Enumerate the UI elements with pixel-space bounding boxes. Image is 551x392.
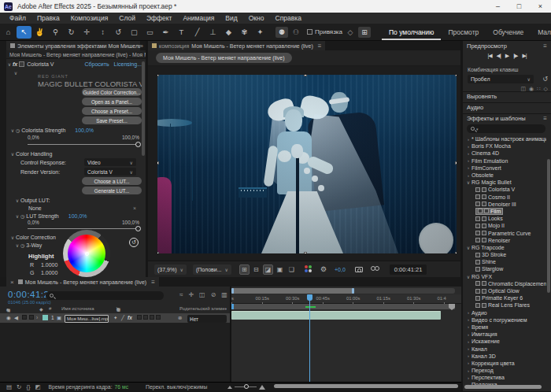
twirl-icon[interactable]: › [465, 144, 471, 149]
solo-box[interactable] [22, 315, 27, 320]
audio-panel-header[interactable]: Аудио [463, 102, 551, 112]
lut-strength-slider-track[interactable] [28, 228, 138, 229]
open-as-panel-button[interactable]: Open as a Panel... [82, 98, 142, 105]
menu-item-4[interactable]: Эффект [141, 14, 178, 22]
twirl-icon[interactable]: ∨ [465, 245, 471, 250]
zoom-slider-track[interactable] [235, 386, 257, 387]
zoom-in-icon[interactable] [259, 385, 265, 390]
person-icon[interactable]: ⚇ [290, 27, 302, 38]
magnification-dropdown[interactable]: (37,9%) ∨ [154, 264, 187, 275]
colorista-strength-row[interactable]: ∨ ◷ Colorista Strength 100,0% [6, 126, 146, 134]
motion-blur-icon[interactable]: ▥ [221, 291, 227, 298]
effect-controls-scrollbar[interactable] [142, 61, 145, 156]
switch-box[interactable] [150, 315, 154, 320]
guides-toggle[interactable]: ▣ [275, 264, 285, 275]
playhead-handle[interactable] [307, 294, 312, 301]
wheel-reset-icon[interactable]: ↺ [129, 238, 139, 247]
show-snapshot-icon[interactable] [371, 266, 380, 272]
exposure-value[interactable]: +0,0 [335, 267, 346, 272]
live-update-icon[interactable]: ▤ [6, 383, 12, 390]
mask-visibility-toggle[interactable]: ◪ [263, 264, 273, 275]
twirl-icon[interactable]: › [465, 165, 471, 170]
effect-item-7[interactable]: Colorista V [463, 186, 546, 193]
effect-item-12[interactable]: Mojo II [463, 222, 546, 229]
effects-folder-0[interactable]: ›* Шаблоны настроек анимации [463, 135, 546, 142]
effects-folder-1[interactable]: ›Boris FX Mocha [463, 142, 546, 150]
stopwatch-icon[interactable]: ◷ [20, 213, 24, 219]
panel-menu-icon[interactable]: ≡ [543, 43, 547, 50]
channel-value[interactable]: 1.0000 [41, 262, 57, 268]
effect-item-8[interactable]: Cosmo II [463, 194, 546, 201]
twirl-open-icon[interactable]: ∨ [9, 235, 16, 240]
effects-folder-5[interactable]: ›Obsolete [463, 172, 546, 179]
stopwatch-icon[interactable]: ◷ [20, 242, 24, 248]
effects-folder-31[interactable]: ›Коррекция цвета [463, 360, 546, 367]
roto-brush-tool[interactable]: ✾ [237, 26, 252, 39]
panel-menu-icon[interactable]: ≡ [543, 115, 547, 122]
grid-guides-icon[interactable]: ⊞ [358, 27, 371, 38]
twirl-icon[interactable]: › [465, 361, 471, 365]
effect-item-23[interactable]: Real Lens Flares [463, 301, 546, 309]
menu-item-3[interactable]: Слой [113, 14, 141, 22]
source-name-column-header[interactable]: Имя источника [61, 306, 94, 311]
effect-item-21[interactable]: Optical Glow [463, 287, 546, 294]
twirl-icon[interactable]: › [465, 346, 471, 351]
video-frame[interactable] [157, 75, 457, 253]
effect-item-18[interactable]: Starglow [463, 265, 546, 272]
layer-handle[interactable] [304, 75, 307, 76]
output-lut-group[interactable]: ∨ Output LUT: [6, 196, 146, 204]
zoom-out-icon[interactable] [227, 386, 232, 389]
selection-tool[interactable]: ↖ [17, 26, 31, 39]
twirl-icon[interactable]: › [465, 375, 471, 380]
work-area-start-handle[interactable] [231, 304, 234, 309]
graph-icon[interactable]: ◩ [35, 383, 40, 390]
twirl-open-icon[interactable]: ∨ [14, 242, 20, 248]
puppet-pin-tool[interactable]: ✦ [253, 26, 268, 39]
menu-item-1[interactable]: Правка [31, 14, 65, 22]
twirl-icon[interactable]: › [465, 173, 471, 178]
orbit-camera-tool[interactable]: ↻ [64, 26, 79, 39]
layer-handle[interactable] [157, 161, 159, 165]
last-frame-button[interactable]: ▶| [522, 53, 526, 59]
time-ruler[interactable]: :00s00:15s00:30s00:45s01:00s01:15s01:30s… [231, 294, 461, 304]
fx-switch-icon[interactable]: fx [128, 315, 132, 320]
dolly-camera-tool[interactable]: ↕ [95, 26, 110, 39]
navigator-end-handle[interactable] [352, 288, 354, 294]
color-wheel-cursor[interactable] [85, 252, 89, 256]
navigator-start-handle[interactable] [231, 288, 234, 294]
composition-tab[interactable]: композиция Моя Мишель - Ветер меняет нап… [148, 41, 325, 50]
toggle-switches-modes-button[interactable]: Перекл. выключ/режимы [146, 384, 207, 390]
effects-folder-29[interactable]: ›Канал [463, 345, 546, 352]
view-options-toggle[interactable]: ❏ [287, 264, 297, 275]
timeline-horizontal-scrollbar[interactable] [274, 384, 458, 388]
time-navigator-track[interactable] [231, 288, 455, 294]
twirl-open-icon[interactable]: ∨ [9, 151, 16, 157]
effects-panel-header[interactable]: Эффекты и шаблоны ≡ [463, 113, 551, 123]
workspace-tab-1[interactable]: Просмотр [441, 24, 486, 40]
expressions-icon[interactable]: {} [26, 383, 30, 390]
reset-link[interactable]: Сбросить [84, 61, 109, 67]
roi-toggle[interactable]: ⊞ [239, 264, 250, 275]
effects-scrollbar[interactable] [547, 159, 550, 293]
snap-checkbox[interactable] [307, 29, 312, 35]
effect-item-16[interactable]: 3D Stroke [463, 251, 546, 258]
first-frame-button[interactable]: |◀ [487, 53, 491, 59]
channel-value[interactable]: 1.0000 [41, 270, 57, 276]
effects-folder-33[interactable]: ›Перспектива [463, 374, 546, 381]
effect-item-17[interactable]: Shine [463, 258, 546, 265]
choose-preset-button[interactable]: Choose a Preset... [82, 107, 142, 115]
hand-tool[interactable]: ✌ [32, 26, 47, 39]
menu-item-5[interactable]: Анимация [177, 14, 220, 22]
panel-menu-icon[interactable]: ≡ [318, 43, 322, 50]
pan-camera-tool[interactable]: ✛ [80, 26, 94, 39]
menu-item-6[interactable]: Вид [220, 14, 242, 22]
composition-viewer[interactable] [148, 66, 460, 261]
minimize-button[interactable]: – [487, 0, 508, 13]
highlight-color-wheel[interactable] [63, 230, 110, 277]
clear-lut-icon[interactable]: × [133, 205, 136, 211]
stopwatch-icon[interactable]: ◷ [16, 128, 20, 133]
time-navigator-range[interactable] [231, 288, 354, 294]
color-handling-group[interactable]: ∨ Color Handling [6, 150, 146, 157]
snap-control[interactable]: Привязка [307, 28, 342, 35]
shy-switch-icon[interactable]: ✦ [113, 315, 117, 321]
